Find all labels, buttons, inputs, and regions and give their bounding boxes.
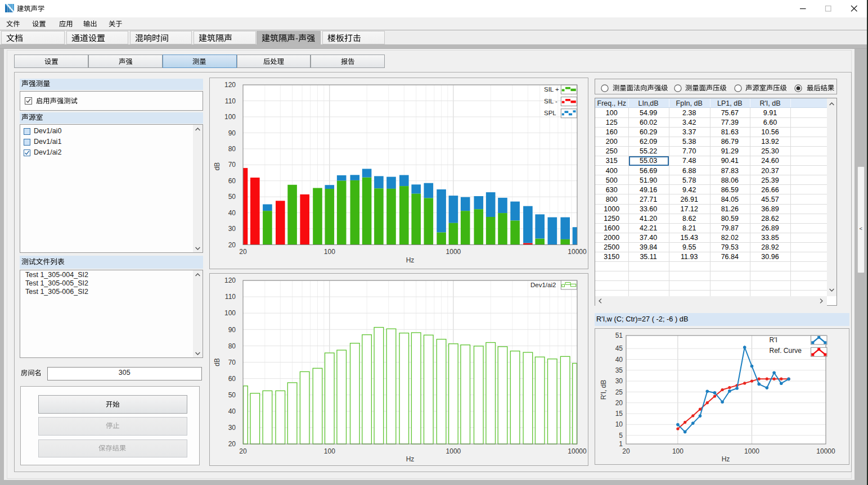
svg-text:100: 100: [324, 248, 335, 256]
svg-text:120: 120: [224, 81, 236, 89]
svg-text:45: 45: [615, 345, 623, 352]
svg-text:1000: 1000: [446, 447, 461, 455]
svg-text:dB: dB: [213, 358, 221, 366]
svg-text:100: 100: [672, 447, 683, 455]
svg-text:30: 30: [228, 424, 236, 432]
svg-text:20: 20: [228, 440, 236, 448]
svg-text:100: 100: [224, 113, 236, 121]
svg-text:Hz: Hz: [406, 256, 415, 264]
svg-text:1000: 1000: [446, 248, 461, 256]
svg-text:70: 70: [228, 161, 236, 169]
svg-text:20: 20: [622, 447, 630, 455]
svg-text:SIL +: SIL +: [544, 86, 559, 93]
svg-text:10000: 10000: [568, 447, 587, 455]
svg-text:1000: 1000: [744, 447, 759, 455]
svg-text:Hz: Hz: [406, 455, 415, 463]
svg-text:20: 20: [239, 447, 247, 455]
svg-text:Dev1/ai2: Dev1/ai2: [530, 282, 556, 288]
svg-text:90: 90: [228, 326, 236, 334]
svg-text:80: 80: [228, 145, 236, 153]
svg-text:35: 35: [615, 366, 623, 374]
svg-text:15: 15: [615, 410, 623, 418]
svg-text:Ref. Curve: Ref. Curve: [770, 347, 802, 355]
svg-text:40: 40: [615, 356, 623, 364]
svg-text:R'I, dB: R'I, dB: [600, 380, 608, 400]
svg-text:110: 110: [225, 97, 236, 105]
svg-text:60: 60: [228, 375, 236, 383]
svg-text:40: 40: [228, 407, 236, 415]
svg-text:SPL: SPL: [544, 110, 556, 116]
svg-text:120: 120: [224, 277, 236, 284]
svg-text:70: 70: [228, 359, 236, 366]
svg-text:30: 30: [228, 225, 236, 233]
svg-text:5: 5: [619, 432, 623, 439]
svg-text:110: 110: [225, 293, 236, 301]
svg-text:90: 90: [228, 129, 236, 137]
svg-text:25: 25: [615, 388, 623, 396]
svg-text:dB: dB: [213, 162, 221, 171]
svg-text:80: 80: [228, 342, 236, 350]
svg-text:20: 20: [615, 399, 623, 407]
svg-text:50: 50: [228, 193, 236, 201]
svg-text:100: 100: [224, 309, 236, 317]
svg-text:10000: 10000: [816, 447, 835, 455]
svg-text:51: 51: [615, 332, 623, 339]
svg-text:Hz: Hz: [722, 455, 730, 463]
svg-text:20: 20: [239, 248, 247, 256]
svg-text:60: 60: [228, 177, 236, 185]
svg-text:40: 40: [228, 209, 236, 217]
svg-text:30: 30: [615, 377, 623, 385]
svg-text:100: 100: [324, 447, 335, 455]
svg-text:10: 10: [615, 420, 623, 428]
svg-text:50: 50: [228, 391, 236, 399]
svg-text:20: 20: [228, 241, 236, 249]
svg-text:R'I: R'I: [770, 336, 777, 344]
